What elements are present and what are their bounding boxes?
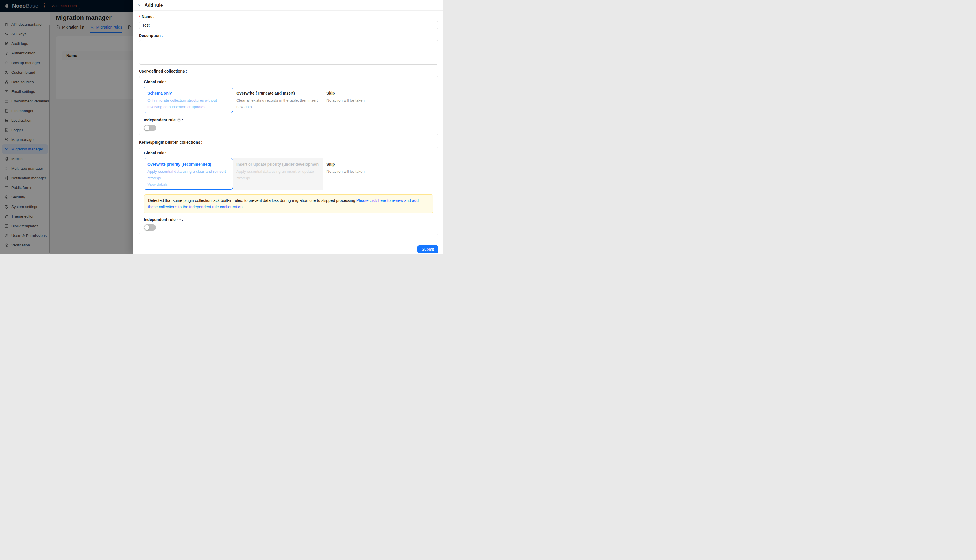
global-rule-label: Global rule: — [144, 151, 434, 155]
description-field-label: Description: — [139, 33, 438, 38]
option-overwrite-truncate-insert[interactable]: Overwrite (Truncate and Insert) Clear al… — [233, 87, 323, 113]
drawer-header: ✕ Add rule — [133, 0, 443, 11]
user-defined-collections-label: User-defined collections: — [139, 69, 438, 73]
close-icon[interactable]: ✕ — [137, 3, 141, 7]
kernel-collections-label: Kernel/plugin built-in collections: — [139, 140, 438, 145]
option-insert-or-update-priority: Insert or update priority (under develop… — [233, 158, 323, 190]
kernel-collections-section: Global rule: Overwrite priority (recomme… — [139, 147, 438, 235]
global-rule-options: Schema only Only migrate collection stru… — [144, 87, 413, 113]
global-rule-options: Overwrite priority (recommended) Apply e… — [144, 158, 413, 190]
view-details-link[interactable]: View details — [147, 181, 229, 188]
independent-rule-label: Independent rule : — [144, 217, 434, 222]
option-skip[interactable]: Skip No action will be taken — [323, 87, 412, 113]
question-circle-icon — [177, 218, 181, 222]
drawer-title: Add rule — [145, 3, 163, 8]
question-circle-icon — [177, 118, 181, 122]
required-mark: * — [139, 14, 140, 19]
independent-rule-label: Independent rule : — [144, 118, 434, 122]
name-field-label: * Name: — [139, 14, 438, 19]
user-defined-collections-section: Global rule: Schema only Only migrate co… — [139, 76, 438, 135]
option-group: Insert or update priority (under develop… — [233, 158, 413, 190]
add-rule-drawer: ✕ Add rule * Name: Test Description: Use… — [133, 0, 443, 254]
option-overwrite-priority[interactable]: Overwrite priority (recommended) Apply e… — [144, 158, 233, 190]
name-input[interactable]: Test — [139, 21, 438, 29]
app-window: NocoBase + Add menu item API documentati… — [0, 0, 443, 254]
independent-rule-toggle[interactable] — [144, 125, 156, 131]
option-skip[interactable]: Skip No action will be taken — [323, 158, 412, 190]
independent-rule-toggle[interactable] — [144, 224, 156, 231]
drawer-overlay-mask[interactable] — [0, 0, 133, 254]
drawer-footer: Submit — [133, 244, 443, 254]
drawer-body: * Name: Test Description: User-defined c… — [133, 11, 443, 244]
option-schema-only[interactable]: Schema only Only migrate collection stru… — [144, 87, 233, 113]
missing-rules-warning: Detected that some plugin collection lac… — [144, 195, 434, 213]
submit-button[interactable]: Submit — [417, 245, 438, 253]
option-group: Overwrite (Truncate and Insert) Clear al… — [233, 87, 413, 113]
global-rule-label: Global rule: — [144, 80, 434, 84]
description-textarea[interactable] — [139, 40, 438, 65]
